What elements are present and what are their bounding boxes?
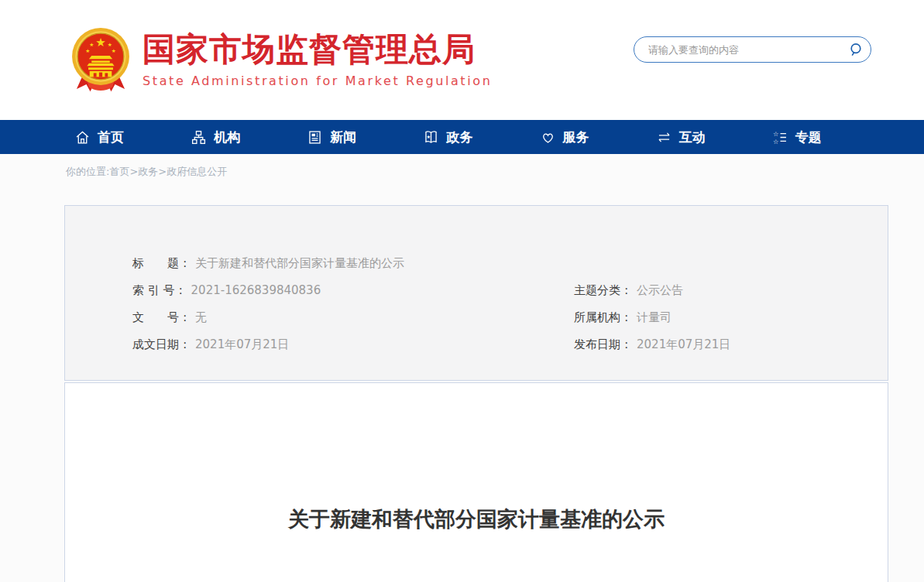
meta-row-written-date: 成文日期：2021年07月21日 <box>65 331 574 358</box>
nav-item-home[interactable]: 首页 <box>74 120 191 154</box>
interaction-arrows-icon <box>656 129 672 146</box>
news-icon <box>307 129 323 146</box>
nav-item-interaction[interactable]: 互动 <box>656 120 772 154</box>
search-button[interactable] <box>841 37 871 62</box>
meta-index-value: 2021-1626839840836 <box>191 283 321 297</box>
nav-label: 服务 <box>563 128 589 146</box>
site-header: ★ ★ ★ ★ ★ 国家市场监督管理总局 State Administratio… <box>0 0 924 120</box>
meta-title-label: 标 题： <box>132 256 191 270</box>
meta-row-doc-no: 文 号：无 <box>65 304 574 331</box>
document-body: 关于新建和替代部分国家计量基准的公示 <box>64 382 888 582</box>
meta-written-date-label: 成文日期： <box>132 337 191 351</box>
meta-row-title: 标 题：关于新建和替代部分国家计量基准的公示 <box>65 250 574 277</box>
document-title: 关于新建和替代部分国家计量基准的公示 <box>112 505 841 533</box>
meta-title-value: 关于新建和替代部分国家计量基准的公示 <box>195 256 404 270</box>
meta-row-index-no: 索 引 号：2021-1626839840836 <box>65 277 574 304</box>
home-icon <box>74 129 91 146</box>
government-affairs-icon: ★ <box>423 129 439 146</box>
document-meta-box: 标 题：关于新建和替代部分国家计量基准的公示 索 引 号：2021-162683… <box>64 205 888 381</box>
breadcrumb-bar: 你的位置:首页>政务>政府信息公开 <box>66 163 924 179</box>
meta-doc-no-label: 文 号： <box>132 310 191 324</box>
svg-text:☆: ☆ <box>773 129 778 137</box>
main-nav: 首页 机构 新闻 ★ 政务 <box>0 120 924 154</box>
main-content: 标 题：关于新建和替代部分国家计量基准的公示 索 引 号：2021-162683… <box>64 205 888 582</box>
nav-item-news[interactable]: 新闻 <box>307 120 423 154</box>
meta-row-empty <box>574 250 888 277</box>
svg-text:★: ★ <box>95 36 106 50</box>
meta-written-date-value: 2021年07月21日 <box>195 337 289 351</box>
meta-doc-no-value: 无 <box>195 310 207 324</box>
nav-label: 专题 <box>795 128 822 146</box>
nav-label: 机构 <box>214 128 240 146</box>
svg-text:☆: ☆ <box>773 137 778 145</box>
site-title-en: State Administration for Market Regulati… <box>143 74 492 88</box>
svg-text:★: ★ <box>85 47 90 53</box>
search-input[interactable] <box>634 44 841 56</box>
meta-row-category: 主题分类：公示公告 <box>574 277 888 304</box>
meta-publish-date-value: 2021年07月21日 <box>637 337 730 351</box>
organization-icon <box>191 129 207 146</box>
service-heart-icon <box>540 129 556 146</box>
site-title-cn: 国家市场监督管理总局 <box>143 32 492 67</box>
nav-label: 首页 <box>98 128 124 146</box>
meta-publish-date-label: 发布日期： <box>574 337 632 351</box>
meta-department-value: 计量司 <box>637 310 672 324</box>
meta-row-department: 所属机构：计量司 <box>574 304 888 331</box>
svg-text:★: ★ <box>112 47 116 53</box>
breadcrumb[interactable]: 你的位置:首页>政务>政府信息公开 <box>66 166 227 177</box>
national-emblem-icon: ★ ★ ★ ★ ★ <box>68 26 133 95</box>
meta-category-label: 主题分类： <box>574 283 632 297</box>
nav-item-service[interactable]: 服务 <box>540 120 656 154</box>
nav-label: 政务 <box>446 128 472 146</box>
meta-row-publish-date: 发布日期：2021年07月21日 <box>574 331 888 358</box>
site-search <box>634 36 871 63</box>
svg-text:★: ★ <box>427 133 431 139</box>
nav-label: 互动 <box>679 128 706 146</box>
meta-index-label: 索 引 号： <box>132 283 187 297</box>
nav-item-organization[interactable]: 机构 <box>191 120 307 154</box>
meta-department-label: 所属机构： <box>574 310 632 324</box>
meta-category-value: 公示公告 <box>637 283 683 297</box>
nav-item-topics[interactable]: ☆ ☆ 专题 <box>772 120 888 154</box>
nav-label: 新闻 <box>330 128 356 146</box>
nav-item-government-affairs[interactable]: ★ 政务 <box>423 120 539 154</box>
topics-list-icon: ☆ ☆ <box>772 129 788 146</box>
site-logo[interactable]: ★ ★ ★ ★ ★ 国家市场监督管理总局 State Administratio… <box>68 26 492 95</box>
search-icon <box>847 41 864 58</box>
